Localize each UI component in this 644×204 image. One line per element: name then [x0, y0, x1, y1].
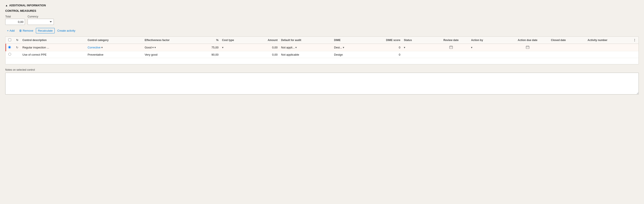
row1-review-calendar-icon[interactable]	[449, 45, 453, 49]
create-activity-button[interactable]: Create activity	[56, 28, 77, 33]
th-dime-score: DIME score	[369, 37, 402, 44]
row2-radio[interactable]	[8, 53, 11, 56]
trash-icon: 🗑	[19, 29, 22, 32]
row1-status-cell: ▾	[402, 44, 433, 51]
total-field-group: Total	[5, 15, 25, 25]
th-category: Control category	[86, 37, 143, 44]
svg-rect-4	[526, 46, 529, 49]
add-label: Add	[10, 29, 15, 32]
currency-field-group: Currency	[28, 15, 54, 25]
row1-pct: 75,00	[196, 44, 220, 51]
remove-button[interactable]: 🗑 Remove	[17, 28, 35, 33]
row1-status-chevron[interactable]: ▾	[404, 46, 405, 49]
row2-refresh-cell	[14, 51, 21, 58]
remove-label: Remove	[23, 29, 33, 32]
th-effectiveness: Effectiveness factor	[143, 37, 196, 44]
table-row: Use of correct PPE Preventative Very goo…	[6, 51, 639, 58]
more-options-header-btn[interactable]: ⋮	[632, 38, 637, 42]
row1-category-cell: Corrective ▾	[86, 44, 143, 51]
row2-cost-type-cell	[220, 51, 253, 58]
refresh-all-icon[interactable]: ↻	[16, 39, 18, 42]
toolbar: + Add 🗑 Remove Recalculate Create activi…	[5, 28, 639, 33]
row1-category-link[interactable]: Corrective	[88, 46, 100, 49]
row2-category-cell: Preventative	[86, 51, 143, 58]
row1-refresh-icon[interactable]: ↻	[16, 46, 18, 49]
table-row: ↻ Regular inspection ... Corrective ▾ Go…	[6, 44, 639, 51]
row1-eff-chevron2[interactable]: ▾	[154, 46, 156, 49]
recalculate-button[interactable]: Recalculate	[36, 28, 55, 33]
add-button[interactable]: + Add	[5, 28, 16, 33]
th-checkbox	[6, 37, 14, 44]
row1-dime-chevron[interactable]: ▾	[343, 46, 344, 49]
th-closed-date: Closed date	[549, 37, 586, 44]
additional-information-section: ▲ ADDITIONAL INFORMATION CONTROL MEASURE…	[5, 4, 639, 95]
notes-section: Notes on selected control	[5, 68, 639, 95]
row1-activity-number	[586, 44, 631, 51]
th-more: ⋮	[631, 37, 638, 44]
currency-select[interactable]	[28, 19, 54, 25]
row1-actionby-chevron[interactable]: ▾	[471, 46, 472, 49]
row1-effectiveness-cell: Good ▾ ▾	[143, 44, 196, 51]
notes-textarea[interactable]	[5, 73, 639, 95]
th-action-due-date: Action due date	[506, 37, 549, 44]
row1-closed-date	[549, 44, 586, 51]
currency-label: Currency	[28, 15, 54, 18]
collapse-icon[interactable]: ▲	[5, 4, 8, 7]
th-review-date: Review date	[433, 37, 470, 44]
th-refresh: ↻	[14, 37, 21, 44]
section-header: ▲ ADDITIONAL INFORMATION	[5, 4, 639, 7]
row2-radio-cell	[6, 51, 14, 58]
th-activity-number: Activity number	[586, 37, 631, 44]
row2-activity-number	[586, 51, 631, 58]
row2-amount: 0,00	[253, 51, 279, 58]
row1-cost-chevron[interactable]: ▾	[222, 46, 224, 49]
row2-dime-score: 0	[369, 51, 402, 58]
th-status: Status	[402, 37, 433, 44]
row2-closed-date	[549, 51, 586, 58]
row2-default-audit-cell: Not applicable	[279, 51, 332, 58]
row1-cost-type-cell: ▾	[220, 44, 253, 51]
row1-amount: 0,00	[253, 44, 279, 51]
row2-status-cell	[402, 51, 433, 58]
row1-dime-cell: Desi... ▾	[332, 44, 369, 51]
subsection-title: CONTROL MEASURES	[5, 9, 639, 12]
row1-action-due-cell	[506, 44, 549, 51]
th-default-audit: Default for audit	[279, 37, 332, 44]
row1-category-chevron[interactable]: ▾	[101, 46, 103, 49]
row1-dime-score: 0	[369, 44, 402, 51]
row1-actiondue-calendar-icon[interactable]	[526, 45, 530, 49]
th-action-by: Action by	[469, 37, 506, 44]
total-currency-row: Total Currency	[5, 15, 639, 25]
create-activity-label: Create activity	[57, 29, 75, 32]
table-header-row: ↻ Control description Control category E…	[6, 37, 639, 44]
empty-row	[6, 58, 639, 64]
add-icon: +	[7, 29, 9, 32]
section-title: ADDITIONAL INFORMATION	[9, 4, 46, 7]
row2-more-cell	[631, 51, 638, 58]
row1-refresh-cell: ↻	[14, 44, 21, 51]
row2-dime-cell: Design	[332, 51, 369, 58]
th-pct: %	[196, 37, 220, 44]
total-label: Total	[5, 15, 25, 18]
th-cost-type: Cost type	[220, 37, 253, 44]
row2-action-by-cell	[469, 51, 506, 58]
th-amount: Amount	[253, 37, 279, 44]
row2-pct: 90,00	[196, 51, 220, 58]
control-measures-table: ↻ Control description Control category E…	[6, 37, 638, 64]
row1-eff-chevron1[interactable]: ▾	[152, 46, 154, 49]
row1-radio[interactable]	[8, 46, 11, 49]
svg-rect-0	[450, 46, 452, 49]
row1-default-chevron[interactable]: ▾	[295, 46, 297, 49]
select-all-checkbox[interactable]	[8, 38, 11, 41]
row2-action-due-cell	[506, 51, 549, 58]
control-measures-table-wrapper: ↻ Control description Control category E…	[5, 36, 639, 64]
row1-default-audit-cell: Not appli... ▾	[279, 44, 332, 51]
row1-action-by-cell: ▾	[469, 44, 506, 51]
th-description: Control description	[21, 37, 86, 44]
row1-more-cell	[631, 44, 638, 51]
row2-description: Use of correct PPE	[21, 51, 86, 58]
th-dime: DIME	[332, 37, 369, 44]
row1-description: Regular inspection ...	[21, 44, 86, 51]
row2-effectiveness-cell: Very good	[143, 51, 196, 58]
total-input[interactable]	[5, 19, 25, 25]
